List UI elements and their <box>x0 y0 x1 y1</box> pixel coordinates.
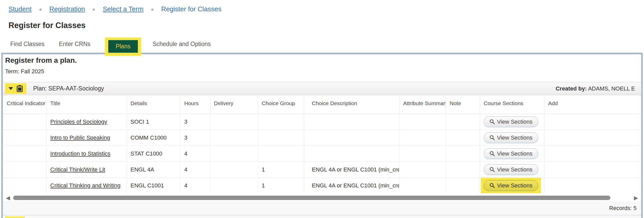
cell-details: ENGL C1001 <box>127 178 180 194</box>
scroll-left-icon[interactable]: ◀ <box>6 195 10 201</box>
cell-delivery <box>210 162 258 178</box>
cell-details: SOCI 1 <box>127 114 180 130</box>
cell-critical <box>3 130 46 146</box>
view-sections-button[interactable]: View Sections <box>484 132 538 143</box>
panel-header: Register from a plan. Term: Fall 2025 <box>3 54 641 75</box>
cell-attribute-summary <box>399 130 446 146</box>
table-row: Principles of Sociology SOCI 1 3 View Se… <box>3 114 641 130</box>
clipboard-icon <box>17 85 23 92</box>
cell-delivery <box>210 114 258 130</box>
magnifier-icon <box>489 183 495 188</box>
created-by-value: ADAMS, NOELL E <box>588 85 635 92</box>
breadcrumb-register-for-classes: Register for Classes <box>161 5 221 13</box>
cell-critical <box>3 162 46 178</box>
cell-hours: 4 <box>180 146 210 162</box>
course-title-link[interactable]: Introduction to Statistics <box>50 150 111 157</box>
cell-hours: 4 <box>180 178 210 194</box>
cell-delivery <box>210 178 258 194</box>
tab-plans[interactable]: Plans <box>108 40 138 53</box>
plan-toggle-highlight[interactable] <box>5 83 26 94</box>
breadcrumb-registration[interactable]: Registration <box>49 5 85 13</box>
collapse-caret-icon[interactable] <box>8 87 13 90</box>
cell-choice-description <box>304 114 399 130</box>
cell-add <box>544 162 641 178</box>
cell-note <box>446 130 480 146</box>
course-title-link[interactable]: Principles of Sociology <box>50 119 107 125</box>
breadcrumb-separator-icon <box>93 8 95 11</box>
view-sections-label: View Sections <box>497 119 533 125</box>
cell-attribute-summary <box>399 114 446 130</box>
scrollbar-track[interactable] <box>13 196 631 200</box>
breadcrumb-separator-icon <box>151 8 154 11</box>
cell-choice-group <box>258 114 304 130</box>
panel-heading: Register from a plan. <box>5 56 641 65</box>
plan-header-sociology[interactable]: Plan: SEPA-AAT-Sociology Created by: ADA… <box>3 82 641 95</box>
view-sections-label: View Sections <box>497 134 533 141</box>
table-row: Intro to Public Speaking COMM C1000 3 Vi… <box>3 130 641 146</box>
col-hours: Hours <box>180 95 210 114</box>
cell-note <box>446 114 480 130</box>
page-title: Register for Classes <box>8 21 644 30</box>
cell-choice-description: ENGL 4A or ENGL C1001 (min_credit:4.0) <box>304 178 399 194</box>
view-sections-highlight: View Sections <box>481 178 541 193</box>
magnifier-icon <box>489 151 495 156</box>
cell-choice-group <box>258 130 304 146</box>
cell-delivery <box>210 130 258 146</box>
magnifier-icon <box>489 135 495 140</box>
col-attribute-summary: Attribute Summary <box>399 95 446 114</box>
view-sections-button-highlighted[interactable]: View Sections <box>484 180 538 191</box>
col-delivery: Delivery <box>210 95 258 114</box>
cell-details: ENGL 4A <box>127 162 180 178</box>
cell-note <box>446 146 480 162</box>
cell-note <box>446 178 480 194</box>
course-title-link[interactable]: Critical Think/Write Lit <box>50 166 105 173</box>
table-row: Introduction to Statistics STAT C1000 4 … <box>3 146 641 162</box>
tab-find-classes[interactable]: Find Classes <box>10 41 44 53</box>
cell-hours: 3 <box>180 114 210 130</box>
cell-hours: 4 <box>180 162 210 178</box>
cell-delivery <box>210 146 258 162</box>
cell-choice-description <box>304 146 399 162</box>
cell-critical <box>3 114 46 130</box>
cell-note <box>446 162 480 178</box>
cell-add <box>544 146 641 162</box>
cell-hours: 3 <box>180 130 210 146</box>
course-title-link[interactable]: Intro to Public Speaking <box>50 134 110 141</box>
table-row: Critical Think/Write Lit ENGL 4A 4 1 ENG… <box>3 162 641 178</box>
cell-critical <box>3 178 46 194</box>
col-title: Title <box>46 95 127 114</box>
magnifier-icon <box>489 119 495 124</box>
cell-details: STAT C1000 <box>127 146 180 162</box>
col-choice-group: Choice Group <box>258 95 304 114</box>
cell-critical <box>3 146 46 162</box>
table-row: Critical Thinking and Writing ENGL C1001… <box>3 178 641 194</box>
view-sections-button[interactable]: View Sections <box>484 164 538 175</box>
view-sections-button[interactable]: View Sections <box>484 116 538 127</box>
scrollbar-thumb[interactable] <box>13 196 610 200</box>
cell-attribute-summary <box>399 146 446 162</box>
breadcrumb-student[interactable]: Student <box>8 5 32 13</box>
view-sections-button[interactable]: View Sections <box>484 148 538 159</box>
tab-enter-crns[interactable]: Enter CRNs <box>59 41 91 53</box>
term-label: Term: Fall 2025 <box>5 68 641 75</box>
cell-add <box>544 130 641 146</box>
scroll-right-icon[interactable]: ▶ <box>634 195 638 201</box>
plan-toggle-highlight[interactable] <box>5 216 25 218</box>
col-details: Details <box>127 95 180 114</box>
plan-header-computer-science[interactable]: Plan: SEPC-AS-Computer Science Created b… <box>3 215 641 218</box>
breadcrumb-select-a-term[interactable]: Select a Term <box>103 5 143 13</box>
col-choice-description: Choice Description <box>304 95 399 114</box>
view-sections-label: View Sections <box>497 182 533 189</box>
created-by-label: Created by: <box>556 85 587 92</box>
plan-created-by: Created by: ADAMS, NOELL E <box>556 85 635 92</box>
col-course-sections: Course Sections <box>480 95 544 114</box>
cell-attribute-summary <box>399 162 446 178</box>
magnifier-icon <box>489 167 495 172</box>
tab-schedule-and-options[interactable]: Schedule and Options <box>153 41 211 53</box>
view-sections-label: View Sections <box>497 150 533 157</box>
horizontal-scrollbar: ◀ ▶ <box>3 194 641 202</box>
view-sections-label: View Sections <box>497 166 533 173</box>
course-title-link[interactable]: Critical Thinking and Writing <box>50 182 121 189</box>
cell-details: COMM C1000 <box>127 130 180 146</box>
breadcrumb: Student Registration Select a Term Regis… <box>0 0 644 13</box>
